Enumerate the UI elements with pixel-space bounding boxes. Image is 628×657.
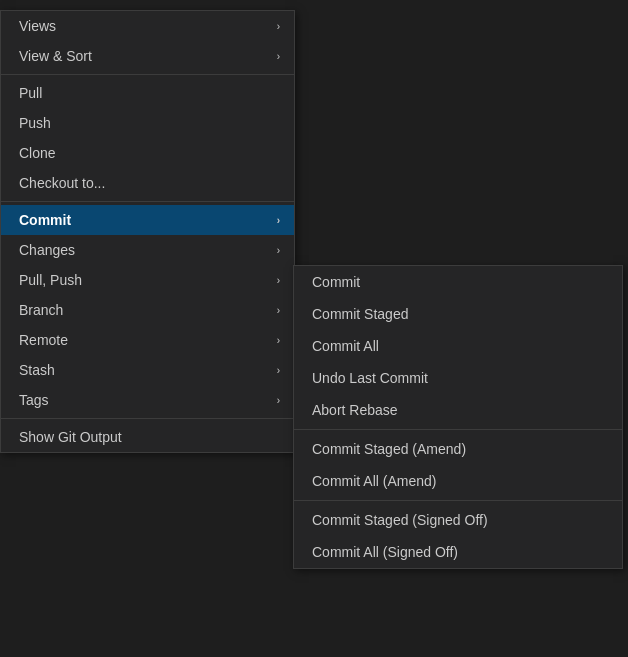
chevron-icon: › — [277, 275, 280, 286]
menu-item-commit[interactable]: Commit › — [1, 205, 294, 235]
menu-item-push-label: Push — [19, 115, 51, 131]
chevron-icon: › — [277, 335, 280, 346]
submenu-item-commit[interactable]: Commit — [294, 266, 622, 298]
menu-item-remote-label: Remote — [19, 332, 68, 348]
menu-item-views[interactable]: Views › — [1, 11, 294, 41]
submenu-separator-1 — [294, 429, 622, 430]
menu-item-pull-push[interactable]: Pull, Push › — [1, 265, 294, 295]
menu-item-changes[interactable]: Changes › — [1, 235, 294, 265]
submenu-item-commit-all[interactable]: Commit All — [294, 330, 622, 362]
submenu-item-commit-all-label: Commit All — [312, 338, 379, 354]
menu-item-push[interactable]: Push — [1, 108, 294, 138]
menu-item-pull-push-label: Pull, Push — [19, 272, 82, 288]
submenu-item-commit-staged-amend-label: Commit Staged (Amend) — [312, 441, 466, 457]
menu-item-changes-label: Changes — [19, 242, 75, 258]
chevron-icon: › — [277, 305, 280, 316]
menu-item-stash-label: Stash — [19, 362, 55, 378]
menu-item-commit-label: Commit — [19, 212, 71, 228]
menu-item-stash[interactable]: Stash › — [1, 355, 294, 385]
menu-item-show-git-output-label: Show Git Output — [19, 429, 122, 445]
submenu-item-undo-last-commit-label: Undo Last Commit — [312, 370, 428, 386]
submenu-item-commit-label: Commit — [312, 274, 360, 290]
chevron-icon: › — [277, 395, 280, 406]
commit-submenu: Commit Commit Staged Commit All Undo Las… — [293, 265, 623, 569]
menu-separator-1 — [1, 74, 294, 75]
submenu-item-commit-all-signed-label: Commit All (Signed Off) — [312, 544, 458, 560]
submenu-item-commit-staged-label: Commit Staged — [312, 306, 408, 322]
submenu-item-commit-all-amend-label: Commit All (Amend) — [312, 473, 436, 489]
chevron-icon: › — [277, 21, 280, 32]
main-menu: Views › View & Sort › Pull Push Clone Ch… — [0, 10, 295, 453]
menu-item-views-label: Views — [19, 18, 56, 34]
submenu-separator-2 — [294, 500, 622, 501]
menu-item-clone-label: Clone — [19, 145, 56, 161]
submenu-item-commit-all-signed[interactable]: Commit All (Signed Off) — [294, 536, 622, 568]
menu-item-remote[interactable]: Remote › — [1, 325, 294, 355]
chevron-icon: › — [277, 365, 280, 376]
menu-item-branch[interactable]: Branch › — [1, 295, 294, 325]
menu-item-pull-label: Pull — [19, 85, 42, 101]
menu-item-tags[interactable]: Tags › — [1, 385, 294, 415]
menu-item-show-git-output[interactable]: Show Git Output — [1, 422, 294, 452]
submenu-item-abort-rebase[interactable]: Abort Rebase — [294, 394, 622, 426]
menu-item-tags-label: Tags — [19, 392, 49, 408]
menu-separator-3 — [1, 418, 294, 419]
submenu-item-undo-last-commit[interactable]: Undo Last Commit — [294, 362, 622, 394]
chevron-icon: › — [277, 215, 280, 226]
submenu-item-abort-rebase-label: Abort Rebase — [312, 402, 398, 418]
chevron-icon: › — [277, 51, 280, 62]
submenu-item-commit-all-amend[interactable]: Commit All (Amend) — [294, 465, 622, 497]
chevron-icon: › — [277, 245, 280, 256]
menu-item-checkout[interactable]: Checkout to... — [1, 168, 294, 198]
submenu-item-commit-staged-signed-label: Commit Staged (Signed Off) — [312, 512, 488, 528]
submenu-item-commit-staged-signed[interactable]: Commit Staged (Signed Off) — [294, 504, 622, 536]
menu-item-view-sort-label: View & Sort — [19, 48, 92, 64]
menu-item-view-sort[interactable]: View & Sort › — [1, 41, 294, 71]
menu-item-checkout-label: Checkout to... — [19, 175, 105, 191]
submenu-item-commit-staged[interactable]: Commit Staged — [294, 298, 622, 330]
menu-item-branch-label: Branch — [19, 302, 63, 318]
menu-item-pull[interactable]: Pull — [1, 78, 294, 108]
menu-item-clone[interactable]: Clone — [1, 138, 294, 168]
menu-separator-2 — [1, 201, 294, 202]
submenu-item-commit-staged-amend[interactable]: Commit Staged (Amend) — [294, 433, 622, 465]
